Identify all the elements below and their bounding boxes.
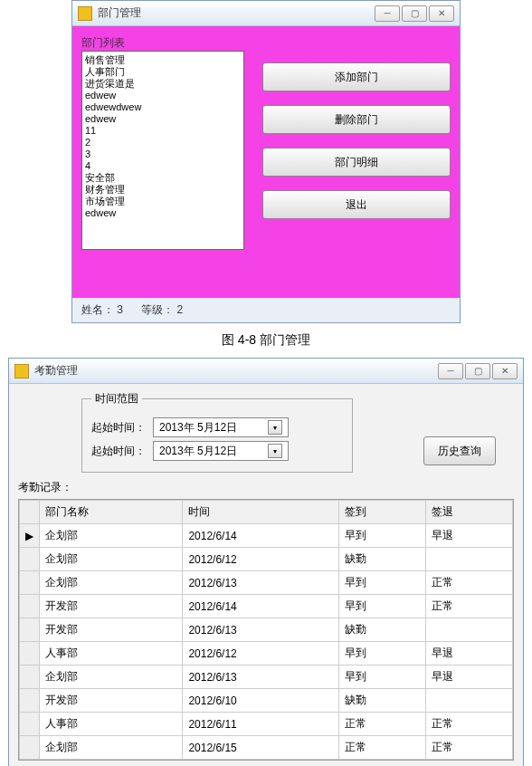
table-cell[interactable]: 开发部 (40, 595, 183, 618)
department-listbox[interactable]: 销售管理人事部门进货渠道是edwewedwewdwewedwew11234安全部… (81, 51, 244, 250)
table-cell[interactable]: 缺勤 (338, 548, 425, 571)
row-indicator (20, 736, 40, 760)
list-item[interactable]: 人事部门 (85, 66, 241, 78)
table-cell[interactable]: 2012/6/11 (183, 713, 338, 736)
list-item[interactable]: 销售管理 (85, 54, 241, 66)
dept-management-window: 部门管理 ─ ▢ ✕ 部门列表 销售管理人事部门进货渠道是edwewedwewd… (71, 0, 461, 323)
table-cell[interactable]: 2012/6/14 (183, 595, 338, 618)
row-indicator: ▶ (20, 524, 40, 548)
list-item[interactable]: 4 (85, 160, 241, 172)
table-cell[interactable]: 早到 (338, 665, 425, 689)
table-row[interactable]: ▶企划部2012/6/14早到早退 (20, 524, 513, 548)
end-date-picker[interactable]: 2013年 5月12日 ▾ (153, 441, 289, 461)
name-label: 姓名： (81, 303, 114, 316)
window-body: 时间范围 起始时间： 2013年 5月12日 ▾ 起始时间： 2013年 5月1… (9, 384, 523, 766)
col-checkin[interactable]: 签到 (338, 501, 425, 524)
table-cell[interactable]: 早到 (338, 595, 425, 618)
app-icon (78, 6, 92, 21)
table-cell[interactable]: 2012/6/13 (183, 571, 338, 595)
delete-dept-button[interactable]: 删除部门 (262, 105, 451, 134)
table-row[interactable]: 企划部2012/6/15正常正常 (20, 736, 513, 760)
table-row[interactable]: 人事部2012/6/11正常正常 (20, 713, 513, 736)
table-cell[interactable]: 早退 (425, 665, 512, 689)
table-cell[interactable]: 2012/6/12 (183, 642, 338, 665)
list-item[interactable]: 2 (85, 137, 241, 148)
window-title: 部门管理 (98, 5, 375, 21)
maximize-button[interactable]: ▢ (402, 5, 427, 22)
history-query-button[interactable]: 历史查询 (423, 436, 496, 465)
table-cell[interactable]: 2012/6/10 (183, 689, 338, 713)
list-item[interactable]: edwew (85, 207, 241, 219)
close-button[interactable]: ✕ (492, 363, 518, 379)
table-cell[interactable]: 正常 (425, 571, 512, 595)
list-item[interactable]: 财务管理 (85, 184, 241, 196)
table-cell[interactable]: 2012/6/14 (183, 524, 338, 548)
close-button[interactable]: ✕ (429, 5, 454, 22)
list-item[interactable]: 进货渠道是 (85, 78, 241, 90)
exit-button[interactable]: 退出 (262, 190, 451, 219)
calendar-icon[interactable]: ▾ (268, 420, 282, 435)
add-dept-button[interactable]: 添加部门 (262, 62, 451, 91)
table-cell[interactable]: 2012/6/15 (183, 736, 338, 760)
table-cell[interactable] (425, 689, 512, 713)
table-row[interactable]: 企划部2012/6/12缺勤 (20, 548, 513, 571)
table-cell[interactable]: 2012/6/12 (183, 548, 338, 571)
table-row[interactable]: 企划部2012/6/13早到正常 (20, 571, 513, 595)
table-cell[interactable]: 早到 (338, 571, 425, 595)
table-row[interactable]: 企划部2012/6/13早到早退 (20, 665, 513, 689)
list-item[interactable]: 11 (85, 125, 241, 137)
table-cell[interactable]: 2012/6/13 (183, 665, 338, 689)
table-cell[interactable] (425, 618, 512, 642)
list-item[interactable]: edwew (85, 90, 241, 101)
col-selector[interactable] (20, 501, 40, 524)
row-indicator (20, 595, 40, 618)
table-cell[interactable]: 正常 (338, 713, 425, 736)
table-cell[interactable]: 2012/6/13 (183, 618, 338, 642)
table-cell[interactable]: 企划部 (40, 665, 183, 689)
table-cell[interactable] (425, 548, 512, 571)
table-cell[interactable]: 开发部 (40, 689, 183, 713)
list-item[interactable]: edwew (85, 113, 241, 125)
table-cell[interactable]: 企划部 (40, 524, 183, 548)
name-value: 3 (117, 303, 123, 316)
table-cell[interactable]: 缺勤 (338, 618, 425, 642)
minimize-button[interactable]: ─ (438, 363, 463, 379)
minimize-button[interactable]: ─ (375, 5, 400, 22)
table-row[interactable]: 开发部2012/6/14早到正常 (20, 595, 513, 618)
calendar-icon[interactable]: ▾ (268, 444, 282, 458)
maximize-button[interactable]: ▢ (465, 363, 490, 379)
table-cell[interactable]: 缺勤 (338, 689, 425, 713)
titlebar: 部门管理 ─ ▢ ✕ (72, 1, 460, 26)
table-row[interactable]: 开发部2012/6/13缺勤 (20, 618, 513, 642)
col-dept[interactable]: 部门名称 (40, 501, 183, 524)
table-cell[interactable]: 人事部 (40, 713, 183, 736)
col-checkout[interactable]: 签退 (425, 501, 512, 524)
table-cell[interactable]: 正常 (425, 595, 512, 618)
table-cell[interactable]: 企划部 (40, 548, 183, 571)
table-cell[interactable]: 正常 (425, 713, 512, 736)
table-cell[interactable]: 开发部 (40, 618, 183, 642)
table-cell[interactable]: 人事部 (40, 642, 183, 665)
app-icon (14, 364, 29, 378)
table-cell[interactable]: 正常 (338, 736, 425, 760)
figure-caption-1: 图 4-8 部门管理 (0, 332, 532, 349)
table-cell[interactable]: 早到 (338, 642, 425, 665)
record-label: 考勤记录： (18, 480, 514, 495)
list-item[interactable]: edwewdwew (85, 101, 241, 113)
start-date-picker[interactable]: 2013年 5月12日 ▾ (153, 417, 289, 437)
table-row[interactable]: 人事部2012/6/12早到早退 (20, 642, 513, 665)
list-item[interactable]: 市场管理 (85, 196, 241, 207)
table-cell[interactable]: 正常 (425, 736, 512, 760)
table-cell[interactable]: 企划部 (40, 736, 183, 760)
window-title: 考勤管理 (34, 363, 438, 378)
table-cell[interactable]: 早退 (425, 642, 512, 665)
list-item[interactable]: 安全部 (85, 172, 241, 184)
table-row[interactable]: 开发部2012/6/10缺勤 (20, 689, 513, 713)
col-time[interactable]: 时间 (183, 501, 338, 524)
dept-detail-button[interactable]: 部门明细 (262, 148, 451, 177)
attendance-table[interactable]: 部门名称 时间 签到 签退 ▶企划部2012/6/14早到早退企划部2012/6… (19, 500, 513, 760)
table-cell[interactable]: 早退 (425, 524, 512, 548)
table-cell[interactable]: 企划部 (40, 571, 183, 595)
table-cell[interactable]: 早到 (338, 524, 425, 548)
list-item[interactable]: 3 (85, 148, 241, 160)
